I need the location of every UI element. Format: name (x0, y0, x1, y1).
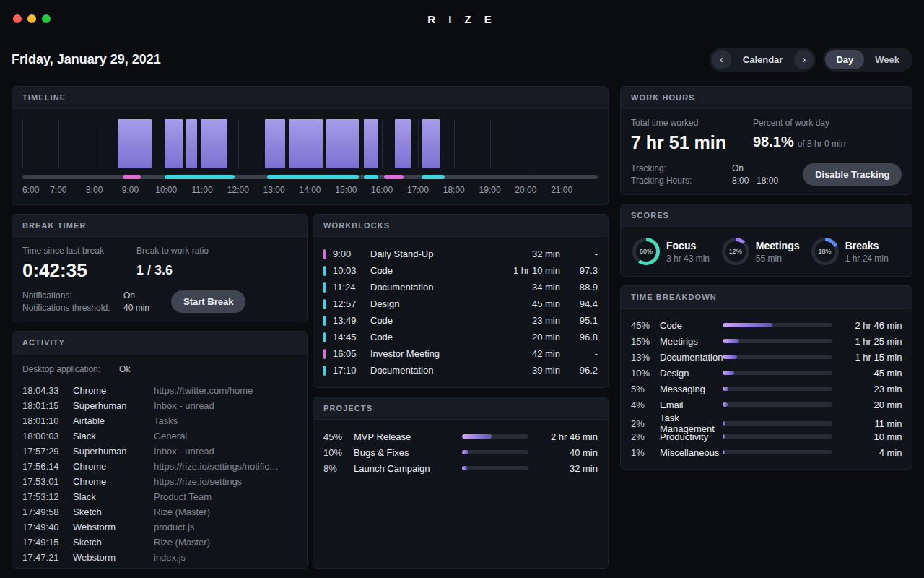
workblock-duration: 39 min (494, 365, 560, 376)
activity-row: 17:47:21Webstormindex.js (22, 550, 297, 565)
timeline-gridline (526, 119, 526, 168)
project-duration: 32 min (528, 463, 598, 474)
timeline-workblock[interactable] (364, 119, 378, 168)
project-row: 45%MVP Release2 hr 46 min (323, 428, 598, 444)
timeline-hour-label: 16:00 (371, 185, 393, 195)
workblock-row[interactable]: 13:49Code23 min95.1 (323, 312, 598, 329)
timeline-workblock[interactable] (422, 119, 440, 168)
start-break-button[interactable]: Start Break (171, 290, 245, 313)
view-toggle: Day Week (823, 48, 912, 72)
activity-detail: https://rize.io/settings/notific… (154, 461, 297, 472)
calendar-button[interactable]: Calendar (731, 54, 795, 65)
since-break-label: Time since last break (22, 246, 136, 256)
activity-time: 17:47:21 (22, 552, 73, 563)
activity-time: 17:49:15 (22, 537, 73, 548)
tab-day[interactable]: Day (825, 50, 864, 69)
activity-panel-title: ACTIVITY (12, 332, 307, 354)
timeline-gridline (22, 119, 23, 168)
workblock-score: 97.3 (560, 265, 598, 276)
activity-detail: Tasks (154, 415, 297, 426)
breakdown-duration: 4 min (832, 447, 902, 458)
timeline-workblock[interactable] (165, 119, 183, 168)
activity-detail: index.js (154, 552, 297, 563)
activity-detail: Inbox - unread (154, 446, 297, 457)
time-breakdown-list: 45%Code2 hr 46 min15%Meetings1 hr 25 min… (621, 309, 912, 469)
score-name: Focus (666, 240, 710, 251)
disable-tracking-button[interactable]: Disable Tracking (803, 163, 902, 186)
workblock-row[interactable]: 9:00Daily Stand-Up32 min- (323, 246, 598, 262)
project-name: MVP Release (354, 431, 462, 442)
breakdown-name: Messaging (660, 384, 723, 394)
activity-app: Sketch (73, 537, 154, 548)
activity-row: 17:53:12SlackProduct Team (22, 489, 297, 504)
timeline-workblock[interactable] (186, 119, 197, 168)
timeline-workblock[interactable] (326, 119, 359, 168)
timeline-gridline (562, 119, 562, 168)
project-percent: 45% (323, 431, 354, 442)
timeline-hour-label: 11:00 (191, 185, 212, 195)
breakdown-duration: 20 min (832, 400, 902, 410)
score-item[interactable]: 12%Meetings55 min (722, 238, 811, 265)
workblock-row[interactable]: 14:45Code20 min96.8 (323, 329, 598, 345)
activity-row: 18:04:33Chromehttps://twitter.com/home (22, 383, 297, 398)
percent-value: 98.1% (753, 134, 794, 150)
activity-detail: Inbox - unread (154, 400, 297, 411)
workblock-score: 95.1 (560, 315, 598, 326)
activity-row: 17:35:14SketchRize (Master) (22, 565, 297, 568)
next-day-button[interactable]: › (794, 50, 814, 69)
workblocks-panel: WORKBLOCKS 9:00Daily Stand-Up32 min-10:0… (313, 214, 609, 388)
timeline-workblock[interactable] (265, 119, 284, 168)
timeline-gridline (382, 119, 383, 168)
calendar-nav: ‹ Calendar › (710, 48, 816, 72)
activity-time: 17:35:14 (22, 567, 73, 568)
close-button[interactable] (13, 14, 22, 23)
workblock-title: Code (370, 265, 494, 276)
activity-time: 17:53:12 (22, 491, 73, 502)
timeline-track-segment (384, 175, 404, 179)
breakdown-percent: 15% (631, 336, 660, 347)
tracking-hours-value: 8:00 - 18:00 (732, 176, 778, 186)
timeline-hour-label: 7:00 (50, 185, 66, 195)
timeline-workblock[interactable] (201, 119, 227, 168)
break-timer-panel-title: BREAK TIMER (12, 215, 307, 237)
activity-app: Webstorm (73, 522, 154, 532)
score-item[interactable]: 18%Breaks1 hr 24 min (811, 238, 901, 265)
breakdown-bar-fill (723, 371, 733, 375)
breakdown-row: 2%Productivity10 min (631, 428, 902, 444)
timeline-workblock[interactable] (395, 119, 411, 168)
timeline-chart[interactable] (22, 119, 598, 168)
percent-suffix: of 8 hr 0 min (798, 139, 846, 149)
timeline-gridline (454, 119, 455, 168)
tab-week[interactable]: Week (864, 50, 910, 69)
score-ring: 18% (811, 238, 839, 265)
breakdown-bar-fill (723, 450, 725, 454)
page-header: Friday, January 29, 2021 ‹ Calendar › Da… (0, 38, 924, 86)
timeline-workblock[interactable] (118, 119, 152, 168)
workblock-row[interactable]: 17:10Documentation39 min96.2 (323, 362, 598, 379)
timeline-hour-label: 6:00 (22, 185, 39, 195)
workblock-type-tick (323, 349, 326, 359)
score-ring-percent: 18% (815, 241, 835, 262)
breakdown-percent: 13% (631, 352, 660, 363)
breakdown-row: 15%Meetings1 hr 25 min (631, 333, 902, 349)
workblock-title: Investor Meeting (370, 348, 494, 359)
workblock-row[interactable]: 16:05Investor Meeting42 min- (323, 345, 598, 362)
score-item[interactable]: 60%Focus3 hr 43 min (632, 238, 722, 265)
workblock-type-tick (323, 266, 326, 276)
timeline-workblock[interactable] (289, 119, 323, 168)
workblock-row[interactable]: 10:03Code1 hr 10 min97.3 (323, 262, 598, 279)
breakdown-bar-fill (723, 355, 737, 359)
zoom-button[interactable] (42, 14, 51, 23)
activity-panel: ACTIVITY Desktop application: Ok 18:04:3… (12, 331, 308, 569)
timeline-gridline (490, 119, 491, 168)
activity-row: 18:01:15SuperhumanInbox - unread (22, 398, 297, 413)
minimize-button[interactable] (27, 14, 36, 23)
timeline-gridline (58, 119, 59, 168)
breakdown-bar-track (723, 450, 832, 454)
workblock-row[interactable]: 11:24Documentation34 min88.9 (323, 279, 598, 296)
prev-day-button[interactable]: ‹ (712, 50, 731, 69)
workblock-duration: 42 min (494, 348, 560, 359)
workblock-row[interactable]: 12:57Design45 min94.4 (323, 296, 598, 312)
projects-panel-title: PROJECTS (313, 397, 608, 420)
main-content: TIMELINE 6:007:008:009:0010:0011:0012:00… (0, 86, 924, 578)
